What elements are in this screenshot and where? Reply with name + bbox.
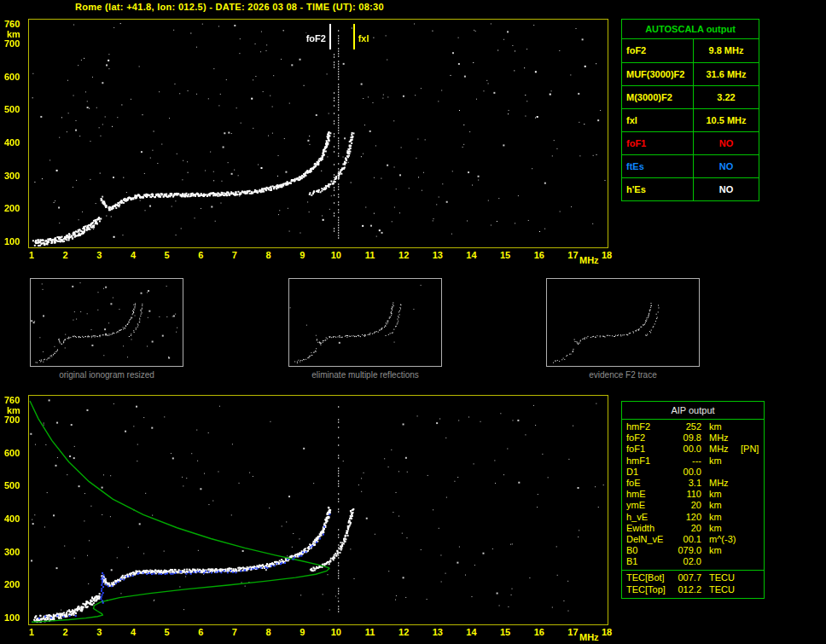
aip-row: DelN_vE00.1m^(-3) — [622, 534, 764, 545]
fxl-marker-line — [353, 24, 355, 49]
thumbnail-caption-original: original ionogram resized — [30, 370, 183, 380]
aip-row-value: 3.1 — [674, 478, 701, 489]
aip-row-value: 20 — [674, 523, 701, 534]
aip-row-value: 00.0 — [674, 467, 701, 478]
aip-row-name: hmF2 — [626, 421, 674, 432]
fxl-marker-label: fxl — [358, 33, 370, 44]
aip-row: B102.0 — [622, 556, 764, 567]
autoscala-row-value: 10.5 MHz — [694, 109, 759, 131]
aip-row: hmF2252km — [622, 421, 764, 432]
y-tick-label: 700 — [4, 415, 20, 425]
bottom-profile-plot — [28, 395, 608, 625]
autoscala-row-label: M(3000)F2 — [622, 86, 694, 108]
y-tick-label: 760 — [4, 395, 20, 405]
autoscala-row: MUF(3000)F231.6 MHz — [622, 62, 759, 85]
x-tick-label: 9 — [293, 250, 311, 260]
x-axis-unit-label: MHz — [579, 632, 599, 642]
autoscala-row-label: MUF(3000)F2 — [622, 63, 694, 85]
x-tick-label: 6 — [191, 250, 210, 260]
x-tick-label: 3 — [90, 627, 108, 637]
aip-row-value: 110 — [674, 489, 701, 500]
x-tick-label: 1 — [22, 627, 41, 637]
aip-row-unit: TECU — [701, 584, 739, 595]
x-tick-label: 14 — [462, 627, 480, 637]
y-tick-label: 600 — [4, 72, 20, 82]
aip-row-unit: m^(-3) — [701, 534, 739, 545]
autoscala-row: h'EsNO — [622, 177, 759, 200]
y-tick-label: 300 — [4, 171, 20, 181]
aip-row: D100.0 — [622, 467, 764, 478]
autoscala-row-value: NO — [694, 178, 759, 200]
aip-row-name: foF2 — [626, 432, 674, 444]
aip-row: hmF1---km — [622, 455, 764, 467]
x-tick-label: 13 — [428, 627, 447, 637]
aip-row: Ewidth20km — [622, 523, 764, 534]
fof2-marker-label: foF2 — [296, 33, 327, 44]
aip-row-value: 079.0 — [674, 545, 701, 556]
x-tick-label: 18 — [597, 250, 616, 260]
aip-row-value: 012.2 — [674, 584, 701, 595]
x-tick-label: 7 — [225, 250, 244, 260]
aip-row-name: D1 — [626, 467, 674, 478]
aip-row-name: TEC[Bot] — [626, 572, 674, 583]
autoscala-row-label: ftEs — [622, 155, 694, 177]
aip-row-unit: MHz — [701, 432, 739, 444]
aip-row-name: B1 — [626, 556, 674, 567]
y-tick-label: 100 — [4, 612, 20, 623]
aip-row-name: DelN_vE — [626, 534, 674, 545]
x-tick-label: 10 — [327, 627, 346, 637]
autoscala-row-value: 9.8 MHz — [694, 39, 759, 62]
autoscala-output-table: AUTOSCALA output foF29.8 MHzMUF(3000)F23… — [621, 19, 759, 201]
aip-row-name: hmF1 — [626, 455, 674, 467]
autoscala-row: foF29.8 MHz — [622, 39, 759, 62]
aip-row: B0079.0km — [622, 545, 764, 556]
aip-row-unit: km — [701, 455, 739, 467]
y-tick-label: 100 — [4, 236, 20, 247]
aip-row-value: 02.0 — [674, 556, 701, 567]
autoscala-row-label: foF2 — [622, 39, 694, 62]
autoscala-output-screen: { "header": { "title": "Rome (lat: +41.8… — [0, 0, 826, 644]
y-tick-label: 600 — [4, 448, 20, 458]
aip-row-unit: km — [701, 545, 739, 556]
thumbnail-original-ionogram — [30, 278, 183, 367]
x-tick-label: 12 — [394, 627, 413, 637]
x-tick-label: 4 — [124, 250, 143, 260]
aip-row: foF100.0MHz[PN] — [622, 444, 764, 455]
aip-row-name: ymE — [626, 500, 674, 511]
aip-row-value: 09.8 — [674, 432, 701, 444]
aip-row-unit: TECU — [701, 572, 739, 583]
aip-row: foE3.1MHz — [622, 478, 764, 489]
aip-row-name: foF1 — [626, 444, 674, 455]
y-tick-label: 200 — [4, 203, 20, 213]
aip-row-value: 00.0 — [674, 444, 701, 455]
thumbnail-caption-f2: evidence F2 trace — [546, 370, 700, 380]
aip-row-value: 007.7 — [674, 572, 701, 583]
aip-row-unit — [701, 556, 739, 567]
thumbnail-f2-trace — [546, 278, 700, 367]
x-tick-label: 13 — [428, 250, 447, 260]
aip-row-value: --- — [674, 455, 701, 467]
fof2-marker-line — [329, 24, 331, 49]
y-tick-label: 400 — [4, 513, 20, 524]
x-tick-label: 11 — [361, 250, 380, 260]
autoscala-row: ftEsNO — [622, 154, 759, 177]
autoscala-row: foF1NO — [622, 131, 759, 154]
aip-row: ymE20km — [622, 500, 764, 511]
x-tick-label: 18 — [597, 627, 616, 637]
y-axis-unit-label: km — [7, 405, 20, 415]
x-tick-label: 15 — [496, 250, 515, 260]
x-tick-label: 11 — [361, 627, 380, 637]
x-tick-label: 2 — [56, 627, 75, 637]
aip-row-value: 00.1 — [674, 534, 701, 545]
aip-row-value: 120 — [674, 512, 701, 523]
x-tick-label: 5 — [158, 250, 177, 260]
aip-row-value: 252 — [674, 421, 701, 432]
autoscala-row-label: foF1 — [622, 132, 694, 154]
y-tick-label: 500 — [4, 480, 20, 490]
top-ionogram-canvas — [29, 20, 608, 247]
aip-row-unit: MHz — [701, 478, 739, 489]
y-tick-label: 500 — [4, 104, 20, 114]
thumbnail-canvas — [289, 279, 441, 366]
autoscala-row-value: 3.22 — [694, 86, 759, 108]
aip-row-unit: km — [701, 500, 739, 511]
